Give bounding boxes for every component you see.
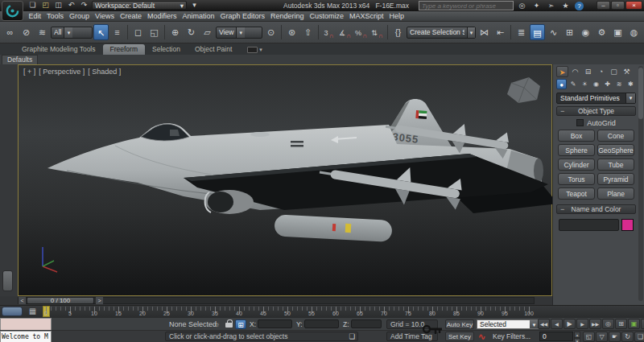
set-keys-key-icon[interactable] bbox=[422, 319, 444, 340]
zoom-region-icon[interactable]: ◱ bbox=[583, 332, 595, 342]
application-menu-button[interactable] bbox=[2, 1, 23, 21]
infocenter-search-input[interactable] bbox=[419, 1, 514, 10]
spinner-down-icon[interactable]: ▾ bbox=[574, 338, 580, 342]
current-frame-field[interactable]: 0 bbox=[539, 332, 573, 341]
spinner-snap-toggle-icon[interactable]: ⇅∩ bbox=[369, 24, 385, 40]
workspace-dropdown[interactable]: Workspace: Default ▾ bbox=[92, 1, 187, 10]
orbit-icon[interactable]: ↻ bbox=[621, 332, 634, 342]
zoom-extents-icon[interactable]: ▣ bbox=[628, 319, 640, 329]
mirror-icon[interactable]: ⋈ bbox=[477, 24, 492, 40]
previous-frame-icon[interactable]: ◀ bbox=[551, 319, 563, 329]
object-name-field[interactable] bbox=[559, 219, 619, 231]
spinner-up-icon[interactable]: ▴ bbox=[574, 332, 580, 338]
maxscript-mini-listener[interactable]: Welcome to M bbox=[0, 331, 52, 342]
auto-key-button[interactable]: Auto Key bbox=[445, 319, 474, 329]
category-shapes-icon[interactable]: ✎ bbox=[568, 79, 578, 89]
name-color-rollout-header[interactable]: − Name and Color bbox=[556, 204, 636, 214]
menu-item-maxscript[interactable]: MAXScript bbox=[347, 11, 387, 22]
zoom-all-icon[interactable]: ⊞ bbox=[615, 319, 627, 329]
select-and-move-icon[interactable]: ⊕ bbox=[167, 24, 183, 40]
object-type-button-geosphere[interactable]: GeoSphere bbox=[597, 144, 634, 156]
ribbon-panel-defaults[interactable]: Defaults bbox=[2, 55, 38, 64]
menu-item-group[interactable]: Group bbox=[67, 11, 93, 22]
object-type-button-sphere[interactable]: Sphere bbox=[558, 144, 595, 156]
select-and-manipulate-icon[interactable]: ⊛ bbox=[284, 24, 299, 40]
pan-hand-icon[interactable]: ☛ bbox=[609, 332, 621, 342]
selection-lock-icon[interactable] bbox=[223, 319, 234, 329]
go-to-start-icon[interactable]: ◀◀ bbox=[538, 319, 550, 329]
object-type-button-torus[interactable]: Torus bbox=[558, 173, 595, 185]
z-coordinate-field[interactable] bbox=[351, 319, 382, 328]
isolate-bulb-icon[interactable]: ☼ bbox=[211, 319, 222, 329]
menu-item-tools[interactable]: Tools bbox=[44, 11, 67, 22]
tab-utilities-icon[interactable]: ⚒ bbox=[621, 66, 633, 77]
named-selection-sets-dropdown[interactable]: Create Selection Se ▾ bbox=[407, 27, 476, 39]
rectangular-selection-region-icon[interactable]: ◻ bbox=[130, 24, 146, 40]
field-of-view-icon[interactable]: ▽ bbox=[596, 332, 608, 342]
side-panel-handle[interactable] bbox=[2, 270, 13, 291]
menu-item-modifiers[interactable]: Modifiers bbox=[144, 11, 180, 22]
edit-named-selection-sets-icon[interactable]: {} bbox=[390, 24, 406, 40]
object-type-button-teapot[interactable]: Teapot bbox=[558, 187, 595, 200]
unlink-selection-icon[interactable]: ⊘ bbox=[19, 24, 34, 40]
tab-motion-icon[interactable]: ◔ bbox=[595, 66, 607, 77]
ribbon-minimize-control[interactable]: ▾ bbox=[247, 47, 262, 53]
maximize-viewport-toggle-icon[interactable]: ❏ bbox=[634, 332, 644, 342]
render-production-icon[interactable]: ◍ bbox=[626, 24, 642, 40]
category-geometry-icon[interactable]: ● bbox=[556, 79, 567, 89]
communication-center-icon[interactable]: ➣ bbox=[546, 1, 556, 10]
bind-to-space-warp-icon[interactable]: ≋ bbox=[35, 24, 50, 40]
tab-modify-icon[interactable]: ◠ bbox=[569, 66, 581, 77]
menu-item-create[interactable]: Create bbox=[117, 11, 144, 22]
qat-flyout-icon[interactable]: ▾ bbox=[189, 1, 200, 10]
save-file-icon[interactable]: ◫ bbox=[53, 1, 64, 10]
notes-icon[interactable]: ❏ bbox=[349, 332, 355, 340]
menu-item-graph-editors[interactable]: Graph Editors bbox=[217, 11, 268, 22]
next-frame-icon[interactable]: ▶ bbox=[576, 319, 588, 329]
tab-display-icon[interactable]: ▢ bbox=[608, 66, 620, 77]
selection-filter-dropdown[interactable]: All ▾ bbox=[51, 27, 93, 39]
minimize-button[interactable]: – bbox=[597, 1, 610, 10]
tab-create-icon[interactable]: ➤ bbox=[556, 66, 568, 77]
zoom-icon[interactable]: ◎ bbox=[602, 319, 614, 329]
category-cameras-icon[interactable]: ◉ bbox=[591, 79, 601, 89]
absolute-mode-transform-icon[interactable]: ⊞ bbox=[235, 319, 246, 329]
schematic-view-icon[interactable]: ⊞ bbox=[562, 24, 577, 40]
zoom-extents-all-icon[interactable]: ⊞ bbox=[641, 319, 644, 329]
track-bar[interactable]: ▦ 05101520253035404550556065707580859095… bbox=[0, 305, 644, 317]
viewport-shading-menu[interactable]: [ Shaded ] bbox=[88, 68, 121, 76]
play-animation-icon[interactable]: ▶ bbox=[564, 319, 576, 329]
object-type-button-box[interactable]: Box bbox=[558, 130, 595, 142]
undo-icon[interactable]: ↶ bbox=[66, 1, 76, 10]
trackbar-left-button[interactable] bbox=[2, 307, 23, 316]
object-type-button-cylinder[interactable]: Cylinder bbox=[558, 159, 595, 171]
curve-editor-icon[interactable]: ∿ bbox=[546, 24, 561, 40]
favorites-star-icon[interactable]: ★ bbox=[560, 1, 571, 10]
select-and-rotate-icon[interactable]: ↻ bbox=[184, 24, 199, 40]
trackbar-ruler[interactable]: 0510152025303540455055606570758085909510… bbox=[42, 306, 541, 318]
ribbon-tab-object-paint[interactable]: Object Paint bbox=[188, 44, 239, 55]
maximize-button[interactable]: ▫ bbox=[611, 1, 625, 10]
category-systems-icon[interactable]: ✱ bbox=[625, 79, 636, 89]
go-to-end-icon[interactable]: ▶▶ bbox=[589, 319, 601, 329]
open-file-icon[interactable]: ◰ bbox=[40, 1, 51, 10]
rock-object[interactable] bbox=[507, 77, 540, 103]
object-type-button-cone[interactable]: Cone bbox=[597, 130, 634, 142]
window-crossing-icon[interactable]: ◱ bbox=[147, 24, 162, 40]
keyboard-shortcut-override-icon[interactable]: ⇧ bbox=[300, 24, 316, 40]
object-type-rollout-header[interactable]: − Object Type bbox=[556, 106, 636, 116]
tab-hierarchy-icon[interactable]: ⊟ bbox=[582, 66, 594, 77]
menu-item-help[interactable]: Help bbox=[386, 11, 407, 22]
y-coordinate-field[interactable] bbox=[304, 319, 339, 328]
next-frame-arrow[interactable]: > bbox=[96, 297, 103, 304]
rendered-frame-window-icon[interactable]: ▣ bbox=[610, 24, 625, 40]
manage-layers-icon[interactable]: ≣ bbox=[514, 24, 529, 40]
snaps-toggle-icon[interactable]: 3∩ bbox=[321, 24, 336, 40]
angle-snap-toggle-icon[interactable]: ∡∩ bbox=[337, 24, 353, 40]
panel-scrollbar[interactable] bbox=[638, 66, 643, 301]
menu-item-customize[interactable]: Customize bbox=[307, 11, 347, 22]
ribbon-tab-freeform[interactable]: Freeform bbox=[103, 44, 145, 55]
object-type-button-pyramid[interactable]: Pyramid bbox=[597, 173, 634, 185]
previous-frame-arrow[interactable]: < bbox=[19, 297, 26, 304]
select-and-link-icon[interactable]: ∞ bbox=[2, 24, 18, 40]
